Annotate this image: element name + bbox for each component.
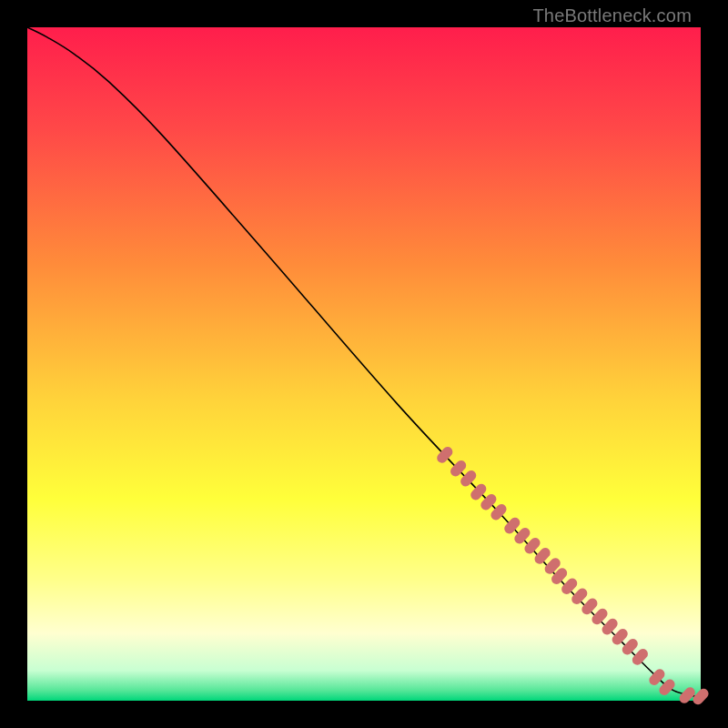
watermark-text: TheBottleneck.com (532, 5, 692, 26)
gradient-background (27, 27, 701, 701)
chart-root: TheBottleneck.com (0, 0, 728, 728)
plot-area (27, 27, 701, 701)
chart-svg (27, 27, 701, 701)
